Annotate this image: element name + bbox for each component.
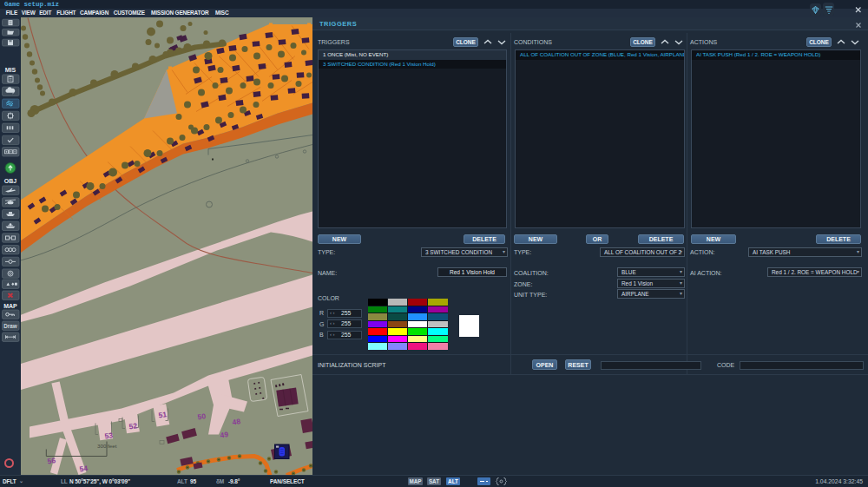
svg-text:53: 53 — [104, 431, 114, 440]
svg-text:MIS: MIS — [5, 67, 16, 73]
svg-text:48: 48 — [232, 417, 241, 426]
svg-text:56: 56 — [47, 456, 56, 465]
svg-text:54: 54 — [79, 464, 89, 473]
svg-text:49: 49 — [220, 430, 229, 439]
svg-text:50: 50 — [197, 411, 207, 421]
svg-text:MAP: MAP — [3, 303, 17, 309]
svg-text:OBJ: OBJ — [4, 178, 17, 184]
svg-text:300 feet: 300 feet — [97, 442, 117, 448]
svg-text:Draw: Draw — [3, 323, 16, 329]
svg-text:52: 52 — [128, 421, 138, 431]
svg-text:51: 51 — [158, 410, 168, 419]
